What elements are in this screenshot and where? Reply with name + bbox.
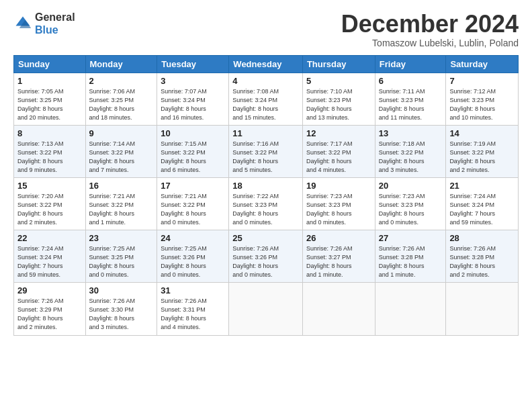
day-number: 1 [17, 76, 82, 86]
day-number: 23 [89, 233, 154, 243]
calendar-week-row: 8Sunrise: 7:13 AM Sunset: 3:22 PM Daylig… [14, 125, 519, 177]
calendar-week-row: 29Sunrise: 7:26 AM Sunset: 3:29 PM Dayli… [14, 283, 519, 335]
day-info: Sunrise: 7:08 AM Sunset: 3:24 PM Dayligh… [232, 87, 299, 122]
day-number: 8 [17, 128, 82, 138]
calendar-cell: 12Sunrise: 7:17 AM Sunset: 3:22 PM Dayli… [302, 125, 375, 177]
day-number: 29 [17, 285, 82, 295]
day-info: Sunrise: 7:24 AM Sunset: 3:24 PM Dayligh… [17, 244, 82, 279]
calendar-cell [446, 283, 519, 335]
calendar-cell [302, 283, 375, 335]
day-number: 5 [306, 76, 371, 86]
calendar-cell: 22Sunrise: 7:24 AM Sunset: 3:24 PM Dayli… [14, 230, 86, 283]
calendar-cell: 4Sunrise: 7:08 AM Sunset: 3:24 PM Daylig… [229, 73, 303, 125]
calendar-cell: 3Sunrise: 7:07 AM Sunset: 3:24 PM Daylig… [157, 73, 229, 125]
day-info: Sunrise: 7:25 AM Sunset: 3:26 PM Dayligh… [161, 244, 225, 279]
calendar-cell: 2Sunrise: 7:06 AM Sunset: 3:25 PM Daylig… [85, 73, 157, 125]
day-number: 13 [379, 128, 443, 138]
day-info: Sunrise: 7:15 AM Sunset: 3:22 PM Dayligh… [161, 140, 225, 175]
calendar-cell: 23Sunrise: 7:25 AM Sunset: 3:25 PM Dayli… [85, 230, 157, 283]
calendar-cell: 26Sunrise: 7:26 AM Sunset: 3:27 PM Dayli… [302, 230, 375, 283]
calendar-cell: 27Sunrise: 7:26 AM Sunset: 3:28 PM Dayli… [375, 230, 446, 283]
day-info: Sunrise: 7:26 AM Sunset: 3:30 PM Dayligh… [89, 297, 154, 332]
day-number: 18 [232, 181, 299, 191]
day-info: Sunrise: 7:07 AM Sunset: 3:24 PM Dayligh… [161, 87, 225, 122]
day-number: 2 [89, 76, 154, 86]
day-number: 3 [161, 76, 225, 86]
day-number: 17 [161, 181, 225, 191]
days-header-row: SundayMondayTuesdayWednesdayThursdayFrid… [14, 55, 519, 73]
calendar-cell: 28Sunrise: 7:26 AM Sunset: 3:28 PM Dayli… [446, 230, 519, 283]
calendar-cell: 20Sunrise: 7:23 AM Sunset: 3:23 PM Dayli… [375, 177, 446, 230]
header: General Blue December 2024 Tomaszow Lube… [13, 11, 519, 48]
day-number: 26 [306, 233, 371, 243]
day-number: 10 [161, 128, 225, 138]
day-info: Sunrise: 7:23 AM Sunset: 3:23 PM Dayligh… [306, 192, 371, 227]
day-info: Sunrise: 7:12 AM Sunset: 3:23 PM Dayligh… [449, 87, 515, 122]
location: Tomaszow Lubelski, Lublin, Poland [341, 38, 519, 48]
day-header: Friday [375, 55, 446, 73]
day-number: 7 [449, 76, 515, 86]
calendar-table: SundayMondayTuesdayWednesdayThursdayFrid… [13, 55, 519, 336]
day-info: Sunrise: 7:24 AM Sunset: 3:24 PM Dayligh… [449, 192, 515, 227]
day-number: 12 [306, 128, 371, 138]
calendar-cell: 31Sunrise: 7:26 AM Sunset: 3:31 PM Dayli… [157, 283, 229, 335]
day-info: Sunrise: 7:14 AM Sunset: 3:22 PM Dayligh… [89, 140, 154, 175]
day-header: Monday [85, 55, 157, 73]
calendar-cell: 18Sunrise: 7:22 AM Sunset: 3:23 PM Dayli… [229, 177, 303, 230]
day-info: Sunrise: 7:21 AM Sunset: 3:22 PM Dayligh… [89, 192, 154, 227]
day-info: Sunrise: 7:20 AM Sunset: 3:22 PM Dayligh… [17, 192, 82, 227]
calendar-cell: 13Sunrise: 7:18 AM Sunset: 3:22 PM Dayli… [375, 125, 446, 177]
day-header: Saturday [446, 55, 519, 73]
day-info: Sunrise: 7:17 AM Sunset: 3:22 PM Dayligh… [306, 140, 371, 175]
calendar-cell: 5Sunrise: 7:10 AM Sunset: 3:23 PM Daylig… [302, 73, 375, 125]
calendar-cell: 17Sunrise: 7:21 AM Sunset: 3:22 PM Dayli… [157, 177, 229, 230]
day-info: Sunrise: 7:16 AM Sunset: 3:22 PM Dayligh… [232, 140, 299, 175]
day-info: Sunrise: 7:13 AM Sunset: 3:22 PM Dayligh… [17, 140, 82, 175]
calendar-cell: 16Sunrise: 7:21 AM Sunset: 3:22 PM Dayli… [85, 177, 157, 230]
day-number: 25 [232, 233, 299, 243]
day-info: Sunrise: 7:26 AM Sunset: 3:27 PM Dayligh… [306, 244, 371, 279]
day-number: 28 [449, 233, 515, 243]
logo-blue-text: Blue [35, 24, 58, 36]
day-info: Sunrise: 7:23 AM Sunset: 3:23 PM Dayligh… [379, 192, 443, 227]
day-number: 16 [89, 181, 154, 191]
day-number: 20 [379, 181, 443, 191]
day-info: Sunrise: 7:26 AM Sunset: 3:28 PM Dayligh… [449, 244, 515, 279]
day-number: 14 [449, 128, 515, 138]
day-info: Sunrise: 7:25 AM Sunset: 3:25 PM Dayligh… [89, 244, 154, 279]
day-info: Sunrise: 7:26 AM Sunset: 3:29 PM Dayligh… [17, 297, 82, 332]
calendar-cell: 9Sunrise: 7:14 AM Sunset: 3:22 PM Daylig… [85, 125, 157, 177]
day-number: 15 [17, 181, 82, 191]
day-number: 9 [89, 128, 154, 138]
day-header: Wednesday [229, 55, 303, 73]
calendar-week-row: 1Sunrise: 7:05 AM Sunset: 3:25 PM Daylig… [14, 73, 519, 125]
day-header: Sunday [14, 55, 86, 73]
calendar-cell: 24Sunrise: 7:25 AM Sunset: 3:26 PM Dayli… [157, 230, 229, 283]
calendar-cell: 29Sunrise: 7:26 AM Sunset: 3:29 PM Dayli… [14, 283, 86, 335]
day-number: 27 [379, 233, 443, 243]
day-number: 19 [306, 181, 371, 191]
calendar-cell: 1Sunrise: 7:05 AM Sunset: 3:25 PM Daylig… [14, 73, 86, 125]
day-info: Sunrise: 7:05 AM Sunset: 3:25 PM Dayligh… [17, 87, 82, 122]
day-header: Tuesday [157, 55, 229, 73]
month-title: December 2024 [341, 11, 519, 38]
day-number: 22 [17, 233, 82, 243]
calendar-cell: 7Sunrise: 7:12 AM Sunset: 3:23 PM Daylig… [446, 73, 519, 125]
day-number: 30 [89, 285, 154, 295]
calendar-week-row: 22Sunrise: 7:24 AM Sunset: 3:24 PM Dayli… [14, 230, 519, 283]
calendar-cell: 15Sunrise: 7:20 AM Sunset: 3:22 PM Dayli… [14, 177, 86, 230]
calendar-cell: 21Sunrise: 7:24 AM Sunset: 3:24 PM Dayli… [446, 177, 519, 230]
calendar-cell: 11Sunrise: 7:16 AM Sunset: 3:22 PM Dayli… [229, 125, 303, 177]
day-info: Sunrise: 7:19 AM Sunset: 3:22 PM Dayligh… [449, 140, 515, 175]
day-info: Sunrise: 7:11 AM Sunset: 3:23 PM Dayligh… [379, 87, 443, 122]
calendar-cell: 14Sunrise: 7:19 AM Sunset: 3:22 PM Dayli… [446, 125, 519, 177]
day-number: 11 [232, 128, 299, 138]
day-number: 31 [161, 285, 225, 295]
calendar-cell: 6Sunrise: 7:11 AM Sunset: 3:23 PM Daylig… [375, 73, 446, 125]
calendar-cell: 10Sunrise: 7:15 AM Sunset: 3:22 PM Dayli… [157, 125, 229, 177]
calendar-cell: 19Sunrise: 7:23 AM Sunset: 3:23 PM Dayli… [302, 177, 375, 230]
calendar-cell: 25Sunrise: 7:26 AM Sunset: 3:26 PM Dayli… [229, 230, 303, 283]
calendar-cell: 30Sunrise: 7:26 AM Sunset: 3:30 PM Dayli… [85, 283, 157, 335]
day-number: 24 [161, 233, 225, 243]
title-block: December 2024 Tomaszow Lubelski, Lublin,… [341, 11, 519, 48]
